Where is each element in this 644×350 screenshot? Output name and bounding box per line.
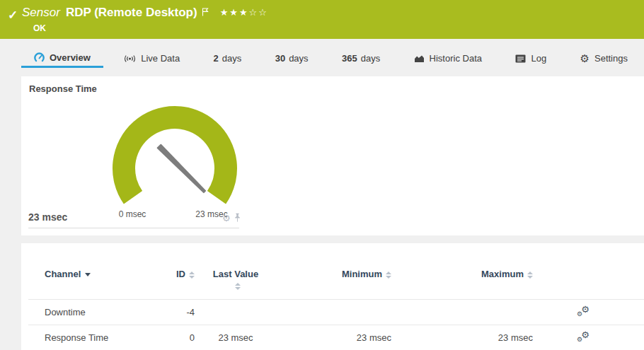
channel-name[interactable]: Downtime	[45, 307, 168, 317]
tab-settings[interactable]: ⚙ Settings	[568, 49, 640, 68]
col-header-minimum[interactable]: Minimum	[271, 269, 413, 280]
object-kind-label: Sensor	[22, 6, 60, 20]
channel-name[interactable]: Response Time	[45, 332, 168, 343]
response-time-gauge	[104, 99, 246, 219]
rating-stars[interactable]: ★★★☆☆	[220, 7, 268, 18]
gauge-current-value: 23 msec	[28, 211, 67, 223]
col-header-maximum[interactable]: Maximum	[413, 269, 554, 280]
channel-maximum: 23 msec	[413, 332, 554, 343]
gauge-needle	[158, 145, 205, 192]
channel-settings-icon[interactable]: ⚙⚙	[577, 331, 590, 342]
gauge-icon	[34, 52, 45, 63]
sensor-status-header: ✓ Sensor RDP (Remote Desktop) ★★★☆☆ OK	[0, 0, 644, 39]
col-header-channel[interactable]: Channel	[45, 269, 168, 280]
sort-active-icon	[85, 273, 91, 276]
channel-settings-icon[interactable]: ⚙⚙	[577, 305, 590, 317]
widget-settings-gear-icon[interactable]: ⚙	[222, 214, 231, 223]
response-time-panel: Response Time 0 msec 23 msec 23 msec ⚙	[21, 76, 644, 235]
tab-log[interactable]: Log	[502, 49, 559, 68]
status-badge: OK	[33, 23, 46, 33]
channel-id: -4	[168, 307, 200, 317]
area-chart-icon	[414, 54, 425, 63]
broadcast-icon	[124, 54, 136, 64]
table-row-downtime: Downtime -4 ⚙⚙	[28, 300, 644, 325]
tab-bar: Overview Live Data 2 days 30 days 365 da…	[21, 39, 640, 71]
tab-2-days[interactable]: 2 days	[201, 49, 255, 68]
tab-365-days[interactable]: 365 days	[329, 49, 393, 68]
tab-live-data[interactable]: Live Data	[111, 49, 192, 68]
gauge-title: Response Time	[29, 83, 97, 94]
tab-historic-data[interactable]: Historic Data	[401, 49, 495, 68]
log-list-icon	[515, 54, 526, 63]
col-header-id[interactable]: ID	[168, 269, 200, 280]
tab-overview[interactable]: Overview	[21, 49, 103, 68]
divider	[28, 228, 239, 228]
pin-icon[interactable]	[234, 213, 241, 223]
gauge-min-label: 0 msec	[114, 209, 151, 219]
flag-icon[interactable]	[202, 6, 209, 19]
table-row-response-time: Response Time 0 23 msec 23 msec 23 msec …	[28, 325, 644, 350]
sort-icon	[235, 283, 241, 290]
ok-check-icon: ✓	[8, 8, 18, 23]
tab-30-days[interactable]: 30 days	[263, 49, 321, 68]
sort-icon	[189, 272, 195, 279]
col-header-last-value[interactable]: Last Value	[200, 269, 271, 291]
channel-last-value: 23 msec	[200, 332, 271, 343]
channel-id: 0	[168, 332, 200, 343]
channel-minimum: 23 msec	[271, 332, 413, 343]
gear-icon: ⚙	[580, 53, 590, 64]
channels-table-panel: Channel ID Last Value Minimum Maximum Do…	[21, 243, 644, 350]
sort-icon	[527, 272, 533, 279]
table-header-row: Channel ID Last Value Minimum Maximum	[28, 262, 644, 300]
sensor-title: RDP (Remote Desktop)	[66, 6, 197, 20]
sort-icon	[386, 272, 391, 279]
